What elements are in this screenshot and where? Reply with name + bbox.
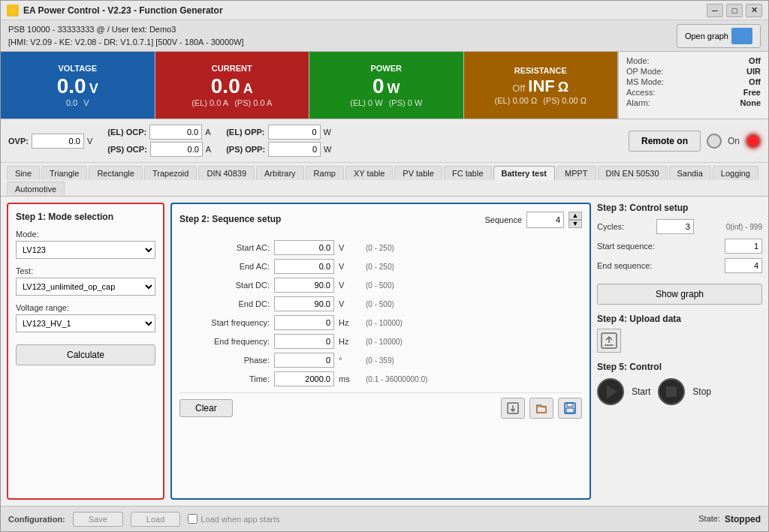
status-panel: Mode: Off OP Mode: UIR MS Mode: Off Acce…: [618, 52, 768, 119]
upload-icon: [601, 332, 617, 349]
cycles-input[interactable]: [656, 219, 694, 234]
param-input-5[interactable]: [274, 334, 334, 349]
tab-rectangle[interactable]: Rectangle: [89, 166, 143, 180]
current-label: CURRENT: [212, 64, 252, 73]
param-input-7[interactable]: [274, 371, 334, 386]
load-when-checkbox[interactable]: [188, 514, 198, 524]
param-input-4[interactable]: [274, 315, 334, 330]
window-title: EA Power Control - V2.23 - Function Gene…: [23, 5, 223, 16]
config-label: Configuration:: [8, 515, 65, 524]
start-button[interactable]: [597, 378, 624, 405]
param-row-4: Start frequency: Hz (0 - 10000): [179, 315, 582, 330]
calculate-button[interactable]: Calculate: [16, 344, 155, 365]
title-bar-left: ⚡ EA Power Control - V2.23 - Function Ge…: [7, 5, 223, 17]
import-button[interactable]: [501, 398, 525, 419]
open-graph-button[interactable]: Open graph: [677, 24, 761, 48]
minimize-button[interactable]: ─: [707, 4, 723, 17]
tab-trapezoid[interactable]: Trapezoid: [144, 166, 198, 180]
voltage-panel: VOLTAGE 0.0 V 0.0 V: [1, 52, 155, 119]
show-graph-button[interactable]: Show graph: [597, 284, 762, 305]
upload-data-button[interactable]: [597, 329, 621, 353]
load-button[interactable]: Load: [131, 512, 180, 527]
seq-down-button[interactable]: ▼: [568, 220, 582, 228]
voltage-value-row: 0.0 V: [57, 74, 98, 98]
param-unit-1: V: [339, 262, 361, 271]
stop-button[interactable]: [658, 378, 685, 405]
step2-footer: Clear: [179, 392, 582, 419]
device-line2: [HMI: V2.09 - KE: V2.08 - DR: V1.0.7.1] …: [8, 36, 244, 49]
ms-mode-value: Off: [749, 77, 761, 86]
tab-xy-table[interactable]: XY table: [345, 166, 393, 180]
test-field-group: Test: LV123_unlimited_op_cap: [16, 266, 155, 296]
mode-select[interactable]: LV123: [16, 241, 155, 259]
start-seq-label: Start sequence:: [597, 242, 655, 251]
tab-logging[interactable]: Logging: [713, 166, 758, 180]
current-sub: A (EL) 0.0 A (PS) 0.0 A: [191, 98, 272, 107]
sequence-input[interactable]: [526, 212, 564, 228]
param-input-3[interactable]: [274, 296, 334, 311]
tab-mppt[interactable]: MPPT: [556, 166, 596, 180]
test-select[interactable]: LV123_unlimited_op_cap: [16, 278, 155, 296]
on-label: On: [728, 136, 740, 146]
start-icon: [607, 385, 617, 398]
param-name-3: End DC:: [179, 299, 270, 308]
maximize-button[interactable]: □: [726, 4, 743, 17]
ovp-row: OVP: V (EL) OCP: A (PS) OCP: A (EL) OPP:…: [1, 119, 768, 163]
op-mode-value: UIR: [746, 67, 761, 76]
param-name-7: Time:: [179, 374, 270, 383]
ps-ocp-input[interactable]: [150, 142, 203, 157]
tab-din-en-50530[interactable]: DIN EN 50530: [598, 166, 668, 180]
stop-label: Stop: [692, 386, 711, 397]
clear-button[interactable]: Clear: [179, 399, 233, 417]
param-name-4: Start frequency:: [179, 318, 270, 327]
tabs-row: SineTriangleRectangleTrapezoidDIN 40839A…: [7, 166, 762, 196]
voltage-range-field-group: Voltage range: LV123_HV_1: [16, 303, 155, 332]
el-ocp-unit: A: [205, 128, 210, 137]
tab-battery-test[interactable]: Battery test: [493, 166, 556, 180]
tab-fc-table[interactable]: FC table: [444, 166, 492, 180]
param-name-2: Start DC:: [179, 281, 270, 290]
param-input-2[interactable]: [274, 278, 334, 293]
param-input-1[interactable]: [274, 259, 334, 274]
tab-pv-table[interactable]: PV table: [394, 166, 442, 180]
ms-mode-label: MS Mode:: [626, 77, 664, 86]
param-row-0: Start AC: V (0 - 250): [179, 240, 582, 255]
ps-opp-input[interactable]: [268, 142, 321, 157]
tab-triangle[interactable]: Triangle: [41, 166, 87, 180]
access-row: Access: Free: [626, 88, 761, 97]
el-opp-label: (EL) OPP:: [226, 128, 264, 137]
step5-title: Step 5: Control: [597, 362, 762, 372]
load-when-label: Load when app starts: [201, 515, 279, 524]
start-seq-input[interactable]: [725, 239, 762, 254]
tab-automotive[interactable]: Automotive: [7, 182, 65, 196]
end-seq-input[interactable]: [725, 258, 762, 273]
mode-row: Mode: Off: [626, 56, 761, 65]
param-unit-3: V: [339, 299, 361, 308]
param-unit-5: Hz: [339, 337, 361, 346]
param-input-6[interactable]: [274, 353, 334, 368]
ovp-input[interactable]: [32, 134, 84, 149]
remote-on-button[interactable]: Remote on: [629, 131, 701, 152]
tab-ramp[interactable]: Ramp: [306, 166, 344, 180]
el-opp-input[interactable]: [268, 125, 321, 140]
test-field-label: Test:: [16, 266, 155, 275]
el-ocp-input[interactable]: [149, 125, 202, 140]
tab-sandia[interactable]: Sandia: [669, 166, 711, 180]
save-icon-button[interactable]: [558, 398, 582, 419]
end-seq-row: End sequence:: [597, 258, 762, 273]
param-range-0: (0 - 250): [366, 244, 394, 252]
ovp-group: OVP: V: [8, 134, 92, 149]
power-unit: W: [388, 81, 400, 97]
tab-sine[interactable]: Sine: [7, 166, 40, 180]
seq-up-button[interactable]: ▲: [568, 212, 582, 220]
tab-arbitrary[interactable]: Arbitrary: [256, 166, 304, 180]
tab-din-40839[interactable]: DIN 40839: [198, 166, 255, 180]
voltage-range-select[interactable]: LV123_HV_1: [16, 314, 155, 332]
resistance-label: RESISTANCE: [514, 66, 567, 75]
open-button[interactable]: [529, 398, 553, 419]
save-button[interactable]: Save: [73, 512, 123, 527]
param-range-6: (0 - 359): [366, 356, 394, 365]
param-row-7: Time: ms (0.1 - 36000000.0): [179, 371, 582, 386]
close-button[interactable]: ✕: [746, 4, 762, 17]
param-input-0[interactable]: [274, 240, 334, 255]
